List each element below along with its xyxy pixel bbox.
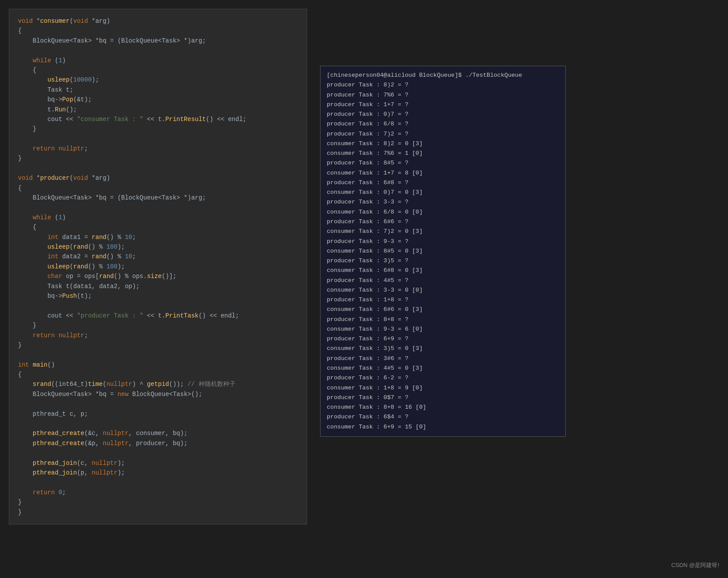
terminal-line-9: producer Task : 8#5 = ? — [327, 160, 408, 166]
terminal-panel: [chineseperson04@alicloud BlockQueue]$ .… — [320, 66, 566, 437]
terminal-line-21: producer Task : 4#5 = ? — [327, 277, 408, 284]
terminal-line-27: producer Task : 6+9 = ? — [327, 335, 408, 342]
terminal-line-30: consumer Task : 4#5 = 0 [3] — [327, 365, 423, 371]
terminal-line-3: producer Task : 1+7 = ? — [327, 101, 408, 108]
terminal-line-29: producer Task : 3#6 = ? — [327, 355, 408, 362]
terminal-line-19: producer Task : 3)5 = ? — [327, 257, 408, 264]
terminal-line-8: consumer Task : 7%6 = 1 [0] — [327, 150, 423, 157]
terminal-line-10: consumer Task : 1+7 = 8 [0] — [327, 170, 423, 176]
terminal-line-1: producer Task : 8)2 = ? — [327, 82, 408, 88]
terminal-line-33: producer Task : 0$7 = ? — [327, 394, 408, 401]
terminal-line-31: producer Task : 6-2 = ? — [327, 375, 408, 381]
terminal-line-25: producer Task : 8+8 = ? — [327, 316, 408, 323]
terminal-line-14: consumer Task : 6/8 = 0 [0] — [327, 209, 423, 215]
terminal-line-12: consumer Task : 0)7 = 0 [3] — [327, 189, 423, 196]
terminal-line-2: producer Task : 7%6 = ? — [327, 92, 408, 98]
terminal-prompt: [chineseperson04@alicloud BlockQueue]$ .… — [327, 72, 522, 78]
terminal-line-23: producer Task : 1+8 = ? — [327, 296, 408, 303]
terminal-line-26: consumer Task : 9-3 = 6 [0] — [327, 326, 423, 332]
terminal-line-4: producer Task : 0)7 = ? — [327, 111, 408, 118]
terminal-line-6: producer Task : 7)2 = ? — [327, 131, 408, 137]
code-panel: void *consumer(void *arg) { BlockQueue<T… — [9, 9, 307, 524]
terminal-line-22: consumer Task : 3-3 = 0 [0] — [327, 287, 423, 293]
terminal-line-34: consumer Task : 8+8 = 16 [0] — [327, 404, 426, 410]
watermark: CSDN @是阿建呀! — [671, 561, 719, 569]
terminal-line-15: producer Task : 6#6 = ? — [327, 218, 408, 225]
terminal-line-16: consumer Task : 7)2 = 0 [3] — [327, 228, 423, 235]
terminal-line-11: producer Task : 6#8 = ? — [327, 179, 408, 186]
terminal-line-20: consumer Task : 6#8 = 0 [3] — [327, 267, 423, 274]
terminal-line-36: consumer Task : 6+9 = 15 [0] — [327, 424, 426, 430]
terminal-line-24: consumer Task : 6#6 = 0 [3] — [327, 306, 423, 313]
terminal-line-18: consumer Task : 8#5 = 0 [3] — [327, 248, 423, 254]
terminal-line-35: producer Task : 6$4 = ? — [327, 414, 408, 420]
terminal-line-28: consumer Task : 3)5 = 0 [3] — [327, 345, 423, 352]
terminal-line-7: consumer Task : 8)2 = 0 [3] — [327, 140, 423, 147]
right-area: [chineseperson04@alicloud BlockQueue]$ .… — [320, 9, 719, 437]
terminal-line-13: producer Task : 3-3 = ? — [327, 199, 408, 205]
terminal-line-32: consumer Task : 1+8 = 9 [0] — [327, 385, 423, 391]
terminal-line-17: producer Task : 9-3 = ? — [327, 238, 408, 245]
terminal-line-5: producer Task : 6/8 = ? — [327, 121, 408, 127]
